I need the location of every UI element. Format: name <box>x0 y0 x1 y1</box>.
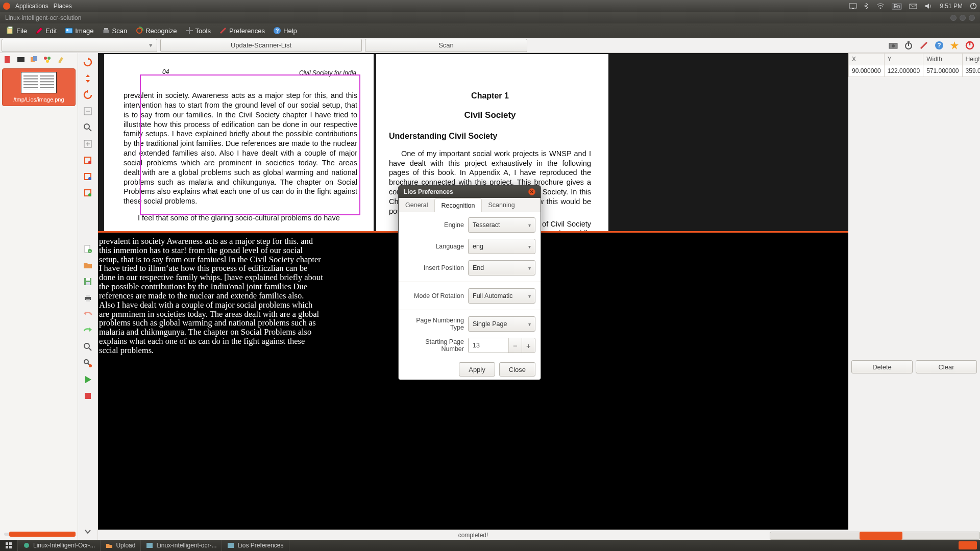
scan-paragraph-1: prevalent in society. Awareness acts as … <box>124 91 357 206</box>
show-apps-icon[interactable] <box>0 540 18 551</box>
start-page-value[interactable]: 13 <box>469 338 508 353</box>
help-icon[interactable]: ? <box>933 39 945 52</box>
menu-tools[interactable]: Tools <box>182 26 214 36</box>
undo-icon[interactable] <box>82 308 94 320</box>
tab-recognition[interactable]: Recognition <box>434 198 481 212</box>
apply-button[interactable]: Apply <box>459 362 495 377</box>
val-y: 122.000000 <box>884 65 923 77</box>
flip-vertical-icon[interactable] <box>82 72 94 85</box>
print-icon[interactable] <box>82 292 94 304</box>
scan-button[interactable]: Scan <box>365 39 527 52</box>
menu-recognize[interactable]: Recognize <box>132 26 180 36</box>
settings-icon[interactable] <box>918 39 930 52</box>
menu-edit[interactable]: Edit <box>32 26 60 36</box>
bluetooth-icon[interactable] <box>864 3 869 10</box>
dialog-tabs: General Recognition Scanning <box>399 198 541 212</box>
chevron-down-icon[interactable] <box>82 525 94 538</box>
task-upload[interactable]: Upload <box>101 540 141 551</box>
wifi-icon[interactable] <box>876 3 885 9</box>
menu-scan[interactable]: Scan <box>99 26 131 36</box>
tab-scanning[interactable]: Scanning <box>482 198 522 212</box>
hscroll-thumb[interactable] <box>860 532 902 540</box>
keyboard-lang-indicator[interactable]: En <box>892 3 902 10</box>
menu-file[interactable]: File <box>3 26 30 36</box>
start-page-label: Starting Page Number <box>404 338 464 353</box>
dialog-titlebar[interactable]: Lios Preferences ✕ <box>399 186 541 198</box>
svg-rect-53 <box>86 295 90 297</box>
svg-point-65 <box>24 543 29 548</box>
minimize-button[interactable] <box>950 15 957 21</box>
engine-select[interactable]: Tesseract <box>468 217 535 233</box>
save-icon[interactable] <box>82 276 94 288</box>
thumbnail-panel: /tmp/Lios/image.png <box>0 53 78 540</box>
timer-icon[interactable] <box>902 39 915 52</box>
star-icon[interactable] <box>948 39 961 52</box>
properties-panel: X Y Width Height 90.000000 122.000000 57… <box>848 53 980 540</box>
power-off-icon[interactable] <box>964 39 976 52</box>
task-lios-window[interactable]: Linux-intelligent-ocr-... <box>141 540 222 551</box>
delete-button[interactable]: Delete <box>851 360 913 373</box>
menu-preferences[interactable]: Preferences <box>216 26 268 36</box>
svg-point-32 <box>46 60 49 63</box>
places-menu[interactable]: Places <box>54 3 72 10</box>
open-folder-icon[interactable] <box>82 259 94 271</box>
svg-point-2 <box>880 8 881 9</box>
stop-icon[interactable] <box>82 390 94 402</box>
rotate-left-icon[interactable] <box>82 89 94 101</box>
svg-point-41 <box>88 161 91 164</box>
volume-icon[interactable] <box>924 3 933 9</box>
play-icon[interactable] <box>82 373 94 386</box>
thumbnail-item[interactable]: /tmp/Lios/image.png <box>2 68 76 106</box>
region-green-icon[interactable] <box>82 187 94 199</box>
region-blue-icon[interactable] <box>82 170 94 183</box>
screenshot-icon[interactable] <box>887 39 899 52</box>
menu-help[interactable]: ?Help <box>270 26 300 36</box>
clear-button[interactable]: Clear <box>916 360 977 373</box>
dialog-close-icon[interactable]: ✕ <box>528 188 535 195</box>
clock[interactable]: 9:51 PM <box>940 3 963 10</box>
spinner-minus[interactable]: − <box>508 338 522 353</box>
find-icon[interactable] <box>82 341 94 353</box>
pagenum-type-select[interactable]: Single Page <box>468 316 535 332</box>
redo-icon[interactable] <box>82 324 94 337</box>
screen-icon[interactable] <box>849 3 857 9</box>
doc-dark-icon[interactable] <box>16 55 26 64</box>
close-dialog-button[interactable]: Close <box>499 362 535 377</box>
new-doc-icon[interactable]: + <box>82 243 94 255</box>
bubbles-icon[interactable] <box>43 55 52 64</box>
update-scanner-button[interactable]: Update-Scanner-List <box>160 39 362 52</box>
scanner-select[interactable]: ▾ <box>2 39 157 52</box>
region-red-icon[interactable] <box>82 154 94 166</box>
task-prefs[interactable]: Lios Preferences <box>222 540 289 551</box>
menu-image[interactable]: Image <box>62 26 96 36</box>
mail-icon[interactable] <box>909 3 917 9</box>
close-button[interactable] <box>969 15 975 21</box>
rotate-right-icon[interactable] <box>82 56 94 68</box>
svg-point-9 <box>66 29 68 31</box>
zoom-icon[interactable] <box>82 121 94 134</box>
spinner-plus[interactable]: + <box>522 338 535 353</box>
thumbnail-path: /tmp/Lios/image.png <box>6 96 72 103</box>
find-replace-icon[interactable] <box>82 357 94 369</box>
language-select[interactable]: eng <box>468 239 535 254</box>
insert-select[interactable]: End <box>468 260 535 276</box>
zoom-out-box-icon[interactable] <box>82 105 94 117</box>
doc-red-icon[interactable] <box>3 55 12 64</box>
svg-rect-50 <box>86 278 90 281</box>
show-desktop-button[interactable] <box>959 541 977 549</box>
svg-point-59 <box>89 364 92 367</box>
doc-multi-icon[interactable] <box>30 55 39 64</box>
applications-menu[interactable]: Applications <box>15 3 48 10</box>
chapter-title: Civil Society <box>389 110 591 121</box>
power-icon[interactable] <box>970 3 977 10</box>
maximize-button[interactable] <box>960 15 966 21</box>
zoom-in-box-icon[interactable] <box>82 138 94 150</box>
start-page-spinner[interactable]: 13 − + <box>468 338 535 353</box>
task-lios-main[interactable]: Linux-Intelligent-Ocr-... <box>18 540 101 551</box>
val-x: 90.000000 <box>849 65 885 77</box>
page-number: 04 <box>162 68 169 77</box>
rotation-select[interactable]: Full Automatic <box>468 288 535 304</box>
tab-general[interactable]: General <box>399 198 434 212</box>
brush-icon[interactable] <box>56 55 65 64</box>
svg-point-43 <box>88 177 91 180</box>
